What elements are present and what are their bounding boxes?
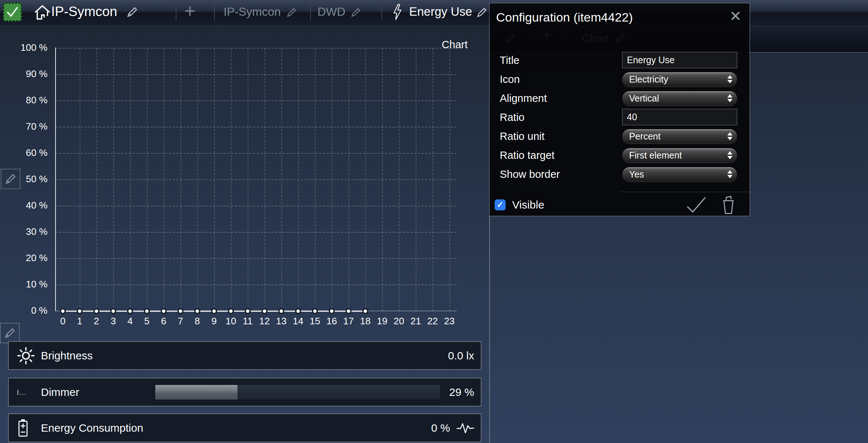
selected-value: Yes <box>629 169 644 180</box>
x-axis-tick-label: 10 <box>222 316 239 327</box>
x-axis-tick-label: 19 <box>374 316 391 327</box>
ratio-unit-select[interactable]: Percent <box>622 129 737 144</box>
field-label: Show border <box>500 165 560 183</box>
selected-value: First element <box>629 150 682 161</box>
arrow-up-icon <box>727 170 732 173</box>
lightning-icon <box>392 4 403 20</box>
x-axis-tick-label: 13 <box>273 316 290 327</box>
data-point[interactable] <box>296 309 301 314</box>
ratio-input[interactable] <box>622 109 737 125</box>
y-axis-tick-label: 20 % <box>14 252 47 264</box>
x-axis-tick-label: 6 <box>155 316 172 327</box>
spinner-arrows-icon <box>727 132 732 140</box>
x-axis-tick-label: 12 <box>256 316 273 327</box>
data-point[interactable] <box>346 309 351 314</box>
field-row-show-border: Show borderYes <box>490 165 750 183</box>
data-point[interactable] <box>161 309 166 314</box>
arrow-down-icon <box>727 175 732 178</box>
trash-icon[interactable] <box>720 195 736 214</box>
arrow-up-icon <box>727 75 732 79</box>
visible-checkbox[interactable]: ✓ <box>495 199 506 210</box>
data-point[interactable] <box>212 309 217 314</box>
x-axis-tick-label: 21 <box>407 316 424 327</box>
x-axis-tick-label: 8 <box>189 316 206 327</box>
icon-select[interactable]: Electricity <box>622 72 737 87</box>
spinner-arrows-icon <box>727 170 732 178</box>
data-point[interactable] <box>61 309 65 314</box>
data-point[interactable] <box>77 309 82 314</box>
x-axis-tick-label: 20 <box>391 316 407 327</box>
x-axis-tick-label: 0 <box>54 316 71 327</box>
x-axis-tick-label: 9 <box>206 316 222 327</box>
data-point[interactable] <box>262 309 267 314</box>
field-label: Ratio target <box>500 146 555 164</box>
add-tab-button[interactable]: + <box>181 0 199 22</box>
spinner-arrows-icon <box>727 75 732 83</box>
pencil-icon[interactable] <box>126 5 139 20</box>
separator <box>310 4 311 20</box>
y-axis-tick-label: 90 % <box>14 68 47 80</box>
pencil-icon[interactable] <box>476 6 488 20</box>
tab-energy-use[interactable]: Energy Use <box>409 0 472 23</box>
separator <box>381 4 382 20</box>
configuration-dialog: Configuration (item4422) ✕ TitleIconElec… <box>489 3 750 216</box>
data-point[interactable] <box>363 309 368 314</box>
check-icon[interactable] <box>686 196 707 214</box>
arrow-down-icon <box>727 156 732 159</box>
data-point[interactable] <box>145 309 149 314</box>
x-axis-tick-label: 3 <box>105 316 122 327</box>
dialog-separator <box>620 192 750 192</box>
pencil-icon[interactable] <box>286 7 297 20</box>
field-row-ratio-target: Ratio targetFirst element <box>490 146 750 164</box>
alignment-select[interactable]: Vertical <box>622 91 737 106</box>
x-axis-tick-label: 23 <box>441 316 458 327</box>
x-axis-tick-label: 16 <box>323 316 340 327</box>
x-axis-tick-label: 7 <box>172 316 189 327</box>
y-axis-tick-label: 50 % <box>14 173 47 185</box>
data-point[interactable] <box>178 309 183 314</box>
data-point[interactable] <box>111 309 116 314</box>
y-axis-tick-label: 80 % <box>14 95 47 106</box>
data-point[interactable] <box>313 309 317 314</box>
tab-dwd[interactable]: DWD <box>317 0 345 23</box>
x-axis-tick-label: 5 <box>138 316 155 327</box>
y-axis-tick-label: 10 % <box>14 279 47 290</box>
data-point[interactable] <box>330 309 334 314</box>
spinner-arrows-icon <box>727 94 732 102</box>
title-input[interactable] <box>622 52 737 68</box>
data-point[interactable] <box>94 309 99 314</box>
y-axis-tick-label: 0 % <box>14 305 47 316</box>
x-axis-tick-label: 15 <box>307 316 323 327</box>
y-axis-tick-label: 100 % <box>14 42 47 53</box>
ratio-target-select[interactable]: First element <box>622 148 737 163</box>
arrow-down-icon <box>727 80 732 83</box>
x-axis-tick-label: 14 <box>290 316 307 327</box>
x-axis-tick-label: 11 <box>239 316 256 327</box>
arrow-down-icon <box>727 99 732 102</box>
tab-ip-symcon[interactable]: IP-Symcon <box>224 0 281 23</box>
field-label: Ratio <box>500 108 525 126</box>
data-point[interactable] <box>229 309 233 314</box>
dialog-title: Configuration (item4422) <box>496 3 633 31</box>
field-row-ratio: Ratio <box>490 108 750 126</box>
x-axis-tick-label: 1 <box>71 316 88 327</box>
selected-value: Electricity <box>629 74 668 85</box>
data-point[interactable] <box>195 309 200 314</box>
field-label: Alignment <box>500 89 547 107</box>
data-point[interactable] <box>279 309 284 314</box>
arrow-down-icon <box>727 137 732 140</box>
close-icon[interactable]: ✕ <box>729 8 742 24</box>
home-icon[interactable] <box>34 4 51 20</box>
field-label: Ratio unit <box>500 127 545 145</box>
show-border-select[interactable]: Yes <box>622 167 737 182</box>
spinner-arrows-icon <box>727 151 732 159</box>
field-row-alignment: AlignmentVertical <box>490 89 750 107</box>
field-label: Icon <box>500 70 520 88</box>
visible-label: Visible <box>512 199 544 211</box>
x-axis-tick-label: 2 <box>88 316 105 327</box>
pencil-icon[interactable] <box>350 7 362 20</box>
y-axis-tick-label: 40 % <box>14 200 47 211</box>
data-point[interactable] <box>245 309 250 314</box>
data-point[interactable] <box>128 309 133 314</box>
confirm-tile-button[interactable] <box>3 3 22 22</box>
